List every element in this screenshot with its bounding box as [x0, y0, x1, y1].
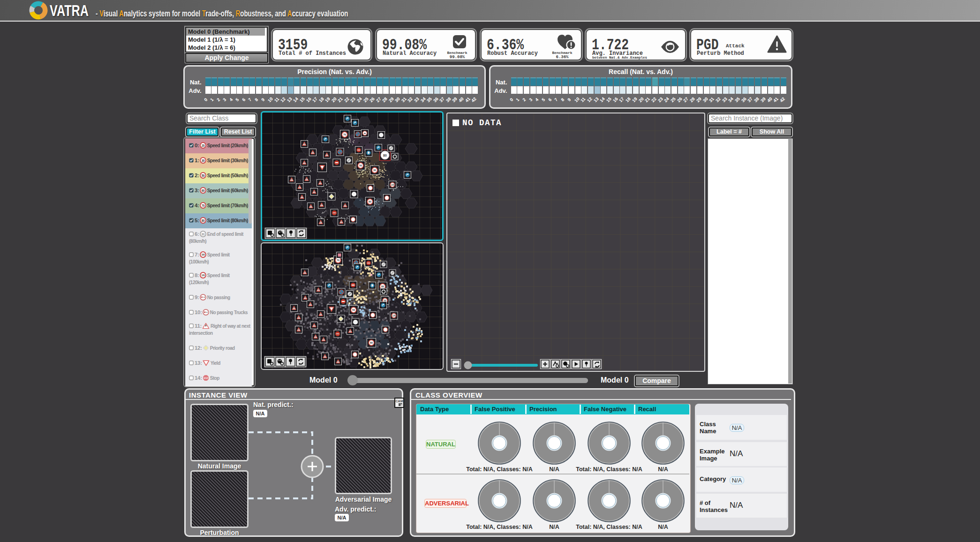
svg-text:20: 20 [201, 144, 204, 147]
svg-text:80: 80 [381, 285, 384, 288]
svg-text:60: 60 [201, 189, 204, 192]
svg-text:80: 80 [201, 233, 204, 236]
svg-text:50: 50 [201, 174, 204, 177]
svg-text:80: 80 [369, 200, 371, 203]
svg-text:70: 70 [337, 259, 339, 262]
svg-text:30: 30 [373, 169, 376, 172]
svg-text:120: 120 [391, 184, 394, 186]
svg-text:120: 120 [392, 315, 396, 317]
svg-text:NO DATA: NO DATA [462, 118, 502, 128]
svg-text:80: 80 [370, 341, 373, 344]
svg-text:80: 80 [364, 132, 366, 135]
svg-text:80: 80 [201, 219, 204, 222]
svg-text:CAM: CAM [396, 399, 403, 403]
svg-text:100: 100 [201, 254, 205, 256]
svg-text:70: 70 [201, 204, 204, 207]
svg-text:70: 70 [343, 133, 346, 136]
svg-text:120: 120 [201, 274, 205, 277]
svg-text:80: 80 [383, 154, 387, 157]
svg-text:STOP: STOP [204, 377, 208, 379]
svg-text:30: 30 [201, 159, 204, 162]
svg-text:50: 50 [359, 164, 362, 167]
svg-text:50: 50 [352, 309, 355, 311]
